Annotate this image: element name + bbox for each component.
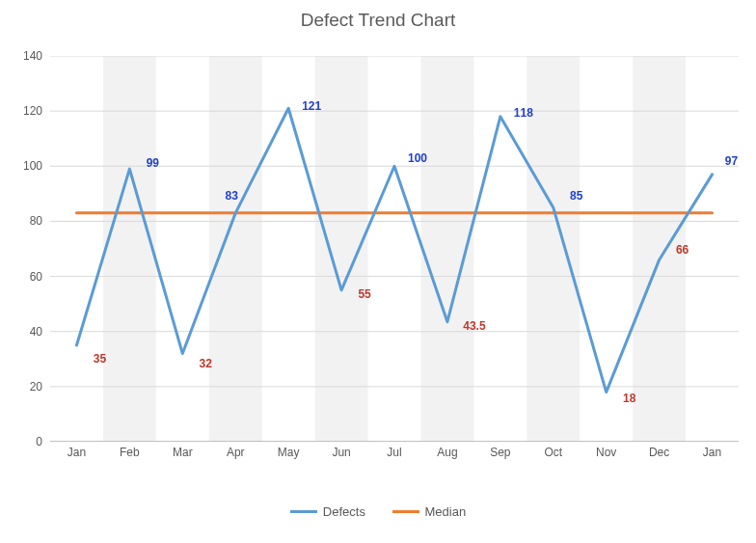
data-label: 121 xyxy=(302,99,321,113)
y-tick-label: 120 xyxy=(4,104,42,118)
data-label: 83 xyxy=(226,189,238,203)
data-label: 97 xyxy=(725,154,738,168)
svg-rect-1 xyxy=(209,56,262,442)
y-tick-label: 100 xyxy=(4,159,42,173)
legend-label-median: Median xyxy=(425,504,467,519)
y-tick-label: 140 xyxy=(4,49,42,63)
legend-item-defects: Defects xyxy=(290,504,365,519)
y-tick-label: 0 xyxy=(4,435,42,448)
x-tick-label: Jun xyxy=(332,446,350,459)
data-label: 99 xyxy=(147,156,159,170)
data-label: 85 xyxy=(570,189,582,203)
data-label: 100 xyxy=(408,151,427,165)
svg-rect-4 xyxy=(526,56,580,442)
legend-swatch-median xyxy=(392,510,419,513)
x-tick-label: Aug xyxy=(437,446,457,459)
chart-container: Defect Trend Chart 020406080100120140 Ja… xyxy=(0,0,756,543)
data-label: 118 xyxy=(514,106,533,120)
y-tick-label: 40 xyxy=(4,325,42,339)
y-tick-label: 20 xyxy=(4,380,42,394)
data-label: 66 xyxy=(676,243,688,257)
y-tick-label: 60 xyxy=(4,270,42,284)
legend-item-median: Median xyxy=(392,504,467,519)
x-tick-label: Oct xyxy=(544,446,562,459)
plot-area xyxy=(50,56,739,442)
x-tick-label: May xyxy=(278,446,300,459)
x-tick-label: Jul xyxy=(387,446,401,459)
x-tick-label: Dec xyxy=(649,446,669,459)
x-tick-label: Mar xyxy=(173,446,193,459)
data-label: 32 xyxy=(200,357,212,370)
legend-label-defects: Defects xyxy=(323,504,365,519)
legend: Defects Median xyxy=(0,502,756,519)
chart-title: Defect Trend Chart xyxy=(0,10,756,31)
chart-svg xyxy=(50,56,739,442)
x-tick-label: Apr xyxy=(227,446,245,459)
svg-rect-0 xyxy=(103,56,156,442)
x-tick-label: Nov xyxy=(596,446,616,459)
data-label: 55 xyxy=(358,287,370,301)
data-label: 35 xyxy=(94,352,106,366)
x-tick-label: Jan xyxy=(703,446,721,459)
data-label: 43.5 xyxy=(463,319,485,333)
legend-swatch-defects xyxy=(290,510,317,513)
x-tick-label: Jan xyxy=(68,446,86,459)
x-tick-label: Sep xyxy=(490,446,510,459)
x-tick-label: Feb xyxy=(120,446,140,459)
data-label: 18 xyxy=(623,392,635,405)
y-tick-label: 80 xyxy=(4,214,42,228)
